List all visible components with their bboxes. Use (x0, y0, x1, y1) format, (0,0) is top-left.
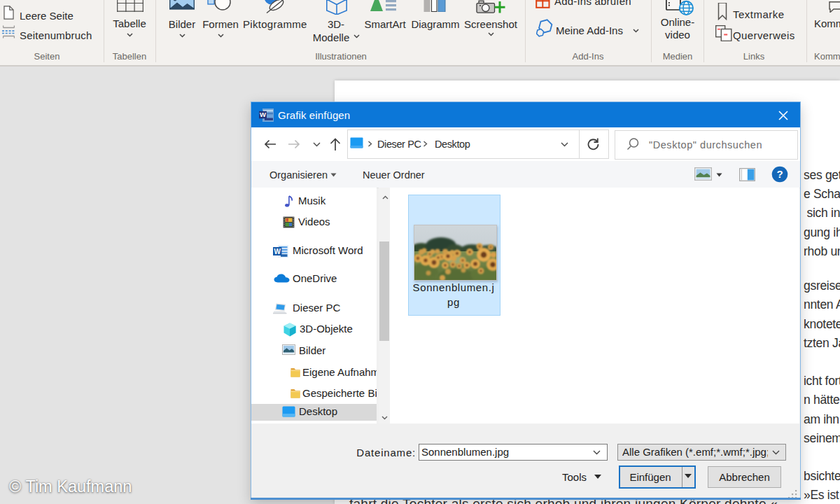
svg-text:W: W (274, 248, 281, 255)
svg-text:?: ? (776, 168, 783, 180)
svg-text:W: W (260, 111, 266, 118)
